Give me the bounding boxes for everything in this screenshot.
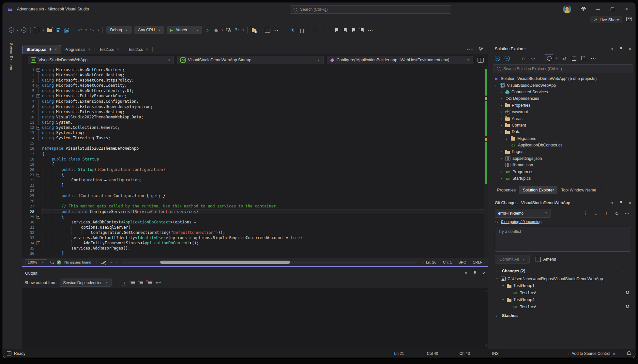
home-icon[interactable]: ⌂ (519, 54, 527, 62)
code-line-32[interactable]: 32Configuration.GetConnectionString("Def… (22, 230, 488, 235)
code-line-10[interactable]: 10using VisualStudio2022ThemeDemoWebApp.… (22, 114, 488, 120)
redo-icon[interactable]: ↷ (88, 26, 96, 34)
save-all-icon[interactable] (63, 26, 70, 34)
pull-icon[interactable]: ↓ (592, 209, 600, 217)
code-cleanup-icon[interactable] (102, 261, 106, 264)
fold-margin[interactable] (34, 246, 42, 251)
member-dropdown[interactable]: Configure(IApplicationBuilder app, IWebH… (327, 56, 473, 64)
collapse-all-icon[interactable]: − (570, 54, 578, 62)
code-line-31[interactable]: 31options.UseSqlServer( (22, 225, 488, 230)
close-tab-icon[interactable]: × (54, 47, 57, 52)
status-line[interactable]: Ln 21 (394, 351, 427, 356)
code-line-3[interactable]: 3using Microsoft.AspNetCore.HttpsPolicy; (22, 78, 488, 83)
code-line-19[interactable]: 19{ (22, 162, 488, 167)
chevron-down-icon[interactable]: ∨ (110, 261, 112, 264)
navigate-back-icon[interactable]: ← (494, 54, 501, 62)
chevron-expanded-icon[interactable]: › (495, 269, 499, 273)
type-dropdown[interactable]: C# VisualStudioDemoWebApp.Startup∨ (177, 56, 323, 64)
decrease-indent-icon[interactable]: ← (311, 26, 319, 34)
code-line-17[interactable]: 17{ (22, 151, 488, 157)
tree-item[interactable]: ∞Solution 'VisualStudioDemoWebApp' (5 of… (491, 75, 635, 82)
zoom-dropdown[interactable]: 100%∨ (25, 259, 47, 265)
fold-margin[interactable] (34, 141, 42, 146)
server-explorer-tab[interactable]: Server Explorer (9, 43, 13, 70)
fold-margin[interactable] (34, 151, 42, 157)
chevron-expanded-icon[interactable]: › (501, 298, 505, 302)
code-line-16[interactable]: 16namespace VisualStudio2022ThemeDemoWeb… (22, 146, 488, 151)
fold-margin[interactable] (34, 235, 42, 240)
document-tab-test1-cs[interactable]: Test1.cs× (96, 45, 123, 54)
next-bookmark-icon[interactable]: → (350, 26, 357, 34)
git-change-item[interactable]: C#Test1.cs*M (491, 303, 635, 311)
subscription-gem-icon[interactable] (576, 3, 591, 15)
chevron-down-icon[interactable]: ∨ (556, 57, 558, 60)
line-ending[interactable]: CRLF (473, 260, 482, 264)
tree-item[interactable]: ›Content (491, 122, 635, 129)
fold-margin[interactable] (34, 114, 42, 120)
increase-indent-icon[interactable]: → (319, 26, 327, 34)
project-dropdown[interactable]: C# VisualStudioDemoWebApp∨ (28, 56, 174, 64)
fold-margin[interactable] (34, 188, 42, 193)
clear-all-output-icon[interactable]: × (146, 279, 154, 286)
chevron-down-icon[interactable]: ∨ (242, 29, 244, 32)
sync-with-active-document-icon[interactable]: ∞ (529, 54, 537, 62)
chevron-collapsed-icon[interactable]: › (495, 313, 499, 318)
status-insert-mode[interactable]: INS (492, 351, 525, 356)
code-line-27[interactable]: 27// This method gets called by the runt… (22, 204, 488, 209)
chevron-down-icon[interactable]: ∨ (85, 29, 87, 32)
next-message-icon[interactable]: ← (137, 279, 145, 286)
minimize-button[interactable]: — (591, 3, 605, 15)
split-window-icon[interactable] (478, 58, 484, 63)
fold-margin[interactable] (34, 230, 42, 235)
tree-item[interactable]: ›Pages (491, 148, 635, 155)
code-line-25[interactable]: 25public IConfiguration Configuration { … (22, 193, 488, 198)
commit-all-button[interactable]: Commit All∨ (495, 255, 530, 264)
push-icon[interactable]: ↑ (602, 209, 610, 217)
chevron-collapsed-icon[interactable]: › (499, 110, 503, 114)
fold-margin[interactable] (34, 78, 42, 83)
tree-item[interactable]: ›Data (491, 129, 635, 135)
solution-explorer-search-input[interactable]: Search Solution Explorer (Ctrl + ;) (494, 64, 632, 73)
user-avatar[interactable] (563, 5, 571, 13)
fold-margin[interactable] (34, 220, 42, 225)
compare-documents-icon[interactable] (297, 26, 305, 34)
fold-margin[interactable] (34, 198, 42, 204)
chevron-collapsed-icon[interactable]: › (499, 156, 503, 161)
fold-margin[interactable]: + (34, 240, 42, 246)
fold-margin[interactable] (34, 135, 42, 141)
previous-message-icon[interactable]: ← (129, 279, 137, 286)
notifications-bell-icon[interactable] (627, 351, 631, 356)
chevron-collapsed-icon[interactable]: › (505, 136, 509, 141)
attach-button[interactable]: ▶ Attach... ∨ (167, 26, 202, 34)
chevron-expanded-icon[interactable]: › (495, 277, 499, 281)
pin-icon[interactable] (619, 47, 623, 51)
fold-margin[interactable] (34, 183, 42, 188)
tree-item[interactable]: ›Properties (491, 102, 635, 109)
code-line-6[interactable]: 6+using Microsoft.EntityFrameworkCore; (22, 93, 488, 99)
chevron-collapsed-icon[interactable]: › (499, 149, 503, 154)
chevron-collapsed-icon[interactable]: › (499, 176, 503, 181)
branch-dropdown[interactable]: error-list-demo∨ (495, 209, 551, 218)
code-line-30[interactable]: 30services.AddDbContext<ApplicationDbCon… (22, 220, 488, 225)
document-tab-test2-cs[interactable]: Test2.cs× (125, 45, 152, 54)
fold-margin[interactable] (34, 72, 42, 78)
fold-margin[interactable]: + (34, 93, 42, 99)
fold-margin[interactable]: + (34, 83, 42, 88)
tree-item[interactable]: ›{}appsettings.json (491, 155, 635, 162)
scroll-left-icon[interactable]: ‹ (116, 261, 117, 264)
hot-reload-icon[interactable] (212, 26, 220, 34)
previous-bookmark-icon[interactable]: ← (341, 26, 349, 34)
restart-application-icon[interactable]: ↻ (233, 26, 241, 34)
code-line-22[interactable]: 22Configuration = configuration; (22, 177, 488, 183)
code-line-5[interactable]: 5using Microsoft.AspNetCore.Identity.UI; (22, 88, 488, 93)
fold-margin[interactable]: + (34, 214, 42, 220)
solution-platform-dropdown[interactable]: Any CPU∨ (134, 26, 164, 34)
fold-margin[interactable]: − (34, 67, 42, 72)
code-line-24[interactable]: 24 (22, 188, 488, 193)
tree-item[interactable]: ›C#Program.cs (491, 168, 635, 175)
chevron-down-icon[interactable]: ∨ (611, 47, 614, 51)
status-character[interactable]: Ch 43 (460, 351, 492, 356)
tab-overflow-icon[interactable]: ··· (467, 46, 473, 52)
git-change-item[interactable]: C#Test1.cs*M (491, 289, 635, 296)
chevron-collapsed-icon[interactable]: › (494, 83, 498, 88)
